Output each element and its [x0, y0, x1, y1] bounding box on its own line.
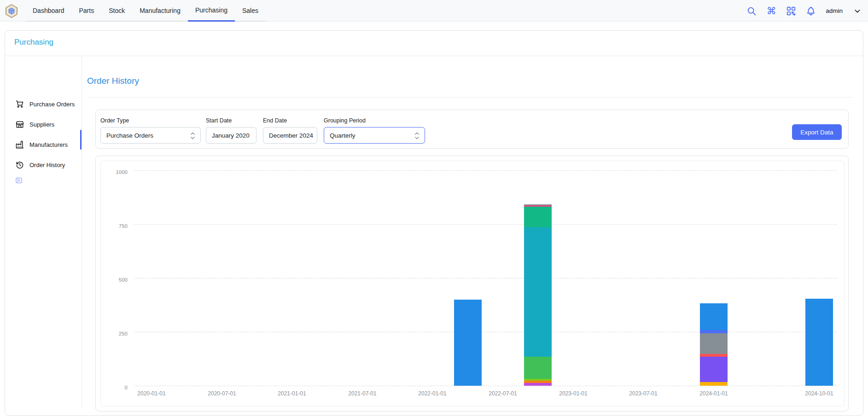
chart-card: 025050075010002020-01-012020-07-012021-0… — [95, 156, 849, 411]
bar-segment-2022-10-01[interactable] — [524, 227, 552, 357]
x-axis-tick-label: 2020-01-01 — [131, 390, 172, 397]
y-axis-tick-label: 250 — [101, 331, 128, 336]
gridline-750 — [134, 224, 837, 225]
nav-tabs: Dashboard Parts Stock Manufacturing Purc… — [25, 0, 266, 22]
x-axis-tick-label: 2021-01-01 — [271, 390, 313, 397]
x-axis-tick-label: 2023-01-01 — [553, 390, 594, 397]
sidebar: Purchase Orders Suppliers — [5, 56, 82, 415]
breadcrumb-divider — [5, 56, 863, 56]
sidebar-item-label: Order History — [29, 162, 65, 168]
tab-dashboard[interactable]: Dashboard — [25, 0, 72, 21]
inventree-logo-icon[interactable] — [5, 4, 18, 18]
select-updown-icon — [414, 131, 420, 142]
page-title: Order History — [87, 76, 139, 86]
user-menu-label[interactable]: admin — [826, 7, 843, 14]
order-type-label: Order Type — [100, 117, 129, 124]
sidebar-divider — [82, 56, 82, 407]
tab-manufacturing[interactable]: Manufacturing — [132, 0, 188, 21]
x-axis-tick-label: 2024-01-01 — [693, 390, 734, 397]
start-date-label: Start Date — [206, 117, 232, 124]
sidebar-item-label: Purchase Orders — [29, 101, 75, 108]
bar-segment-2024-01-01[interactable] — [700, 382, 728, 386]
sidebar-item-label: Suppliers — [29, 121, 54, 128]
x-axis-tick-label: 2022-01-01 — [412, 390, 453, 397]
grouping-period-select[interactable]: Quarterly — [324, 127, 425, 144]
header-actions: ⌘ admin — [746, 0, 862, 22]
bar-segment-2024-01-01[interactable] — [700, 354, 728, 357]
app-root: Dashboard Parts Stock Manufacturing Purc… — [0, 0, 868, 417]
bar-segment-2022-10-01[interactable] — [524, 205, 552, 207]
chevron-down-icon[interactable] — [852, 6, 862, 16]
command-icon[interactable]: ⌘ — [766, 6, 776, 16]
shopping-cart-icon — [15, 99, 24, 109]
x-axis-tick-label: 2020-07-01 — [201, 390, 243, 397]
tab-sales[interactable]: Sales — [235, 0, 266, 21]
bar-segment-2024-01-01[interactable] — [700, 357, 728, 382]
tab-stock[interactable]: Stock — [101, 0, 132, 21]
gridline-250 — [134, 332, 837, 332]
sidebar-item-manufacturers[interactable]: Manufacturers — [5, 134, 82, 155]
bar-segment-2022-10-01[interactable] — [524, 357, 552, 379]
gridline-500 — [134, 278, 837, 278]
bar-segment-2022-10-01[interactable] — [524, 379, 552, 381]
search-icon[interactable] — [746, 6, 757, 16]
end-date-label: End Date — [263, 117, 287, 124]
sidebar-item-suppliers[interactable]: Suppliers — [5, 114, 82, 134]
breadcrumb[interactable]: Purchasing — [14, 38, 53, 47]
sidebar-collapse-icon[interactable] — [15, 177, 23, 184]
bar-segment-2022-10-01[interactable] — [524, 383, 552, 386]
y-axis-tick-label: 0 — [101, 385, 128, 390]
page-panel: Purchasing Purchase Orders — [5, 30, 863, 416]
sidebar-item-label: Manufacturers — [29, 141, 68, 148]
bar-segment-2022-10-01[interactable] — [524, 207, 552, 227]
sidebar-active-indicator — [80, 130, 82, 150]
end-date-value: December 2024 — [269, 132, 313, 139]
y-axis-tick-label: 500 — [101, 277, 128, 283]
bell-icon[interactable] — [806, 6, 816, 16]
title-divider — [87, 97, 852, 98]
order-type-select[interactable]: Purchase Orders — [100, 127, 201, 144]
sidebar-item-purchase-orders[interactable]: Purchase Orders — [5, 94, 82, 114]
history-icon — [15, 160, 24, 169]
tab-purchasing[interactable]: Purchasing — [188, 0, 235, 22]
bar-segment-2022-10-01[interactable] — [524, 204, 552, 206]
gridline-0 — [134, 386, 837, 386]
bar-segment-2024-01-01[interactable] — [700, 330, 728, 333]
order-history-chart: 025050075010002020-01-012020-07-012021-0… — [100, 161, 845, 406]
order-type-value: Purchase Orders — [106, 132, 153, 139]
qrcode-icon[interactable] — [786, 6, 796, 16]
bar-segment-2022-10-01[interactable] — [524, 381, 552, 383]
filter-toolbar: Order Type Purchase Orders Start Date Ja… — [95, 110, 849, 149]
storefront-icon — [15, 120, 24, 129]
grouping-period-label: Grouping Period — [324, 117, 366, 124]
tab-parts[interactable]: Parts — [72, 0, 102, 21]
y-axis-tick-label: 1000 — [101, 169, 128, 175]
start-date-value: January 2020 — [212, 132, 250, 139]
sidebar-item-order-history[interactable]: Order History — [5, 155, 82, 175]
x-axis-tick-label: 2023-07-01 — [623, 390, 664, 397]
start-date-input[interactable]: January 2020 — [206, 127, 256, 144]
end-date-input[interactable]: December 2024 — [263, 127, 317, 144]
bar-segment-2022-04-01[interactable] — [454, 300, 482, 386]
x-axis-tick-label: 2024-10-01 — [798, 390, 840, 397]
bar-segment-2024-10-01[interactable] — [805, 299, 833, 386]
grouping-period-value: Quarterly — [330, 132, 355, 139]
factory-icon — [15, 140, 24, 149]
gridline-1000 — [134, 170, 837, 171]
bar-segment-2024-01-01[interactable] — [700, 333, 728, 354]
x-axis-tick-label: 2022-07-01 — [482, 390, 524, 397]
bar-segment-2024-01-01[interactable] — [700, 303, 728, 330]
top-navbar: Dashboard Parts Stock Manufacturing Purc… — [0, 0, 868, 22]
export-data-button[interactable]: Export Data — [792, 124, 842, 140]
select-updown-icon — [189, 131, 196, 142]
x-axis-tick-label: 2021-07-01 — [342, 390, 383, 397]
y-axis-tick-label: 750 — [101, 223, 128, 229]
